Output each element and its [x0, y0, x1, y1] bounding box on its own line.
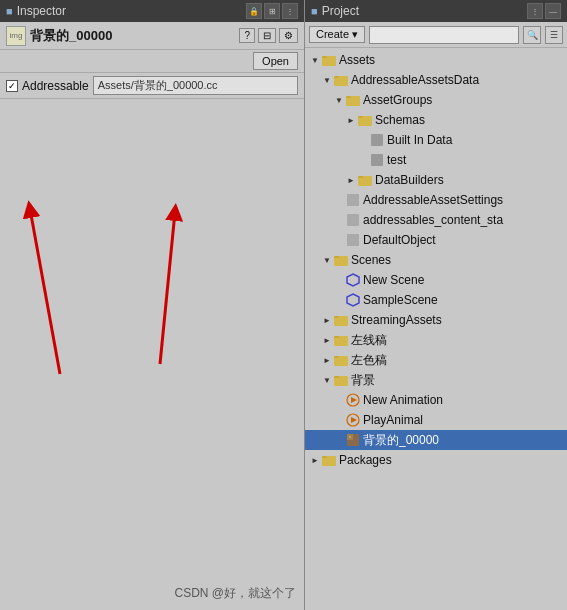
- svg-rect-15: [347, 194, 359, 206]
- addressable-label: Addressable: [22, 79, 89, 93]
- expand-scenes[interactable]: [321, 254, 333, 266]
- folder-icon-zuoxingao: [333, 332, 349, 348]
- asset-icon-test: [369, 152, 385, 168]
- folder-icon-assets: [321, 52, 337, 68]
- svg-line-1: [30, 209, 60, 374]
- svg-rect-6: [334, 76, 339, 78]
- tree-item-scenes[interactable]: Scenes: [305, 250, 567, 270]
- scene-icon-new-scene: [345, 272, 361, 288]
- expand-streaming[interactable]: [321, 314, 333, 326]
- svg-rect-27: [334, 356, 339, 358]
- inspector-panel: ■ Inspector 🔒 ⊞ ⋮ img 背景的_00000 ? ⊟ ⚙ Op…: [0, 0, 305, 610]
- label-play-animal: PlayAnimal: [363, 413, 423, 427]
- tree-item-zuosegao[interactable]: 左色稿: [305, 350, 567, 370]
- tree-item-zuoxingao[interactable]: 左线稿: [305, 330, 567, 350]
- asset-thumbnail-icon: img: [6, 26, 26, 46]
- expand-addressable[interactable]: [321, 74, 333, 86]
- tree-item-sample-scene[interactable]: SampleScene: [305, 290, 567, 310]
- label-addr-content: addressables_content_sta: [363, 213, 503, 227]
- scene-icon-sample-scene: [345, 292, 361, 308]
- tree-item-streaming[interactable]: StreamingAssets: [305, 310, 567, 330]
- tree-item-beijing-00000[interactable]: 背景的_00000: [305, 430, 567, 450]
- asset-icon-addr-content: [345, 212, 361, 228]
- tree-item-play-animal[interactable]: PlayAnimal: [305, 410, 567, 430]
- tree-item-default-obj[interactable]: DefaultObject: [305, 230, 567, 250]
- folder-icon-databuilders: [357, 172, 373, 188]
- svg-rect-29: [334, 376, 339, 378]
- svg-rect-4: [322, 56, 327, 58]
- svg-marker-20: [347, 274, 359, 286]
- svg-rect-36: [349, 436, 351, 438]
- svg-rect-25: [334, 336, 339, 338]
- svg-rect-8: [346, 96, 351, 98]
- tree-item-built-in[interactable]: Built In Data: [305, 130, 567, 150]
- menu-icon[interactable]: ⋮: [282, 3, 298, 19]
- svg-rect-16: [347, 214, 359, 226]
- inspector-header-icons: 🔒 ⊞ ⋮: [246, 3, 298, 19]
- svg-rect-17: [347, 234, 359, 246]
- folder-icon-packages: [321, 452, 337, 468]
- tree-item-beijing[interactable]: 背景: [305, 370, 567, 390]
- expand-beijing[interactable]: [321, 374, 333, 386]
- project-menu-icon[interactable]: ⋮: [527, 3, 543, 19]
- expand-databuilders[interactable]: [345, 174, 357, 186]
- label-default-obj: DefaultObject: [363, 233, 436, 247]
- expand-schemas[interactable]: [345, 114, 357, 126]
- project-header: ■ Project ⋮ —: [305, 0, 567, 22]
- expand-assets[interactable]: [309, 54, 321, 66]
- asset-header-bar: img 背景的_00000 ? ⊟ ⚙: [0, 22, 304, 50]
- svg-marker-21: [347, 294, 359, 306]
- asset-icon-addr-settings: [345, 192, 361, 208]
- project-collapse-icon[interactable]: —: [545, 3, 561, 19]
- label-schemas: Schemas: [375, 113, 425, 127]
- help-button[interactable]: ?: [239, 28, 255, 43]
- texture-icon-beijing-00000: [345, 432, 361, 448]
- asset-icon-default-obj: [345, 232, 361, 248]
- project-toolbar: Create ▾ 🔍 ☰: [305, 22, 567, 48]
- folder-icon-beijing: [333, 372, 349, 388]
- expand-zuoxingao[interactable]: [321, 334, 333, 346]
- tree-item-addr-content[interactable]: addressables_content_sta: [305, 210, 567, 230]
- search-icon[interactable]: 🔍: [523, 26, 541, 44]
- label-assetgroups: AssetGroups: [363, 93, 432, 107]
- svg-line-2: [160, 212, 175, 364]
- preset-button[interactable]: ⊟: [258, 28, 276, 43]
- layout-icon[interactable]: ⊞: [264, 3, 280, 19]
- tree-item-assetgroups[interactable]: AssetGroups: [305, 90, 567, 110]
- folder-icon-streaming: [333, 312, 349, 328]
- tree-item-new-animation[interactable]: New Animation: [305, 390, 567, 410]
- folder-icon-zuosegao: [333, 352, 349, 368]
- create-button[interactable]: Create ▾: [309, 26, 365, 43]
- tree-item-schemas[interactable]: Schemas: [305, 110, 567, 130]
- open-button[interactable]: Open: [253, 52, 298, 70]
- tree-item-addr-settings[interactable]: AddressableAssetSettings: [305, 190, 567, 210]
- tree-item-new-scene[interactable]: New Scene: [305, 270, 567, 290]
- label-beijing-00000: 背景的_00000: [363, 432, 439, 449]
- tree-item-assets[interactable]: Assets: [305, 50, 567, 70]
- svg-rect-10: [358, 116, 363, 118]
- label-zuosegao: 左色稿: [351, 352, 387, 369]
- svg-rect-12: [371, 154, 383, 166]
- folder-icon-assetgroups: [345, 92, 361, 108]
- tree-item-addressable[interactable]: AddressableAssetsData: [305, 70, 567, 90]
- addressable-row: ✓ Addressable Assets/背景的_00000.cc: [0, 73, 304, 99]
- label-test: test: [387, 153, 406, 167]
- search-input[interactable]: [369, 26, 519, 44]
- tree-item-test[interactable]: test: [305, 150, 567, 170]
- expand-packages[interactable]: [309, 454, 321, 466]
- svg-marker-33: [351, 417, 357, 423]
- project-title: Project: [322, 4, 523, 18]
- expand-assetgroups[interactable]: [333, 94, 345, 106]
- expand-zuosegao[interactable]: [321, 354, 333, 366]
- anim-icon-new-animation: [345, 392, 361, 408]
- anim-icon-play-animal: [345, 412, 361, 428]
- filter-icon[interactable]: ☰: [545, 26, 563, 44]
- settings-button[interactable]: ⚙: [279, 28, 298, 43]
- lock-icon[interactable]: 🔒: [246, 3, 262, 19]
- tree-item-databuilders[interactable]: DataBuilders: [305, 170, 567, 190]
- addressable-value[interactable]: Assets/背景的_00000.cc: [93, 76, 298, 95]
- svg-rect-19: [334, 256, 339, 258]
- addressable-checkbox[interactable]: ✓: [6, 80, 18, 92]
- tree-item-packages[interactable]: Packages: [305, 450, 567, 470]
- label-new-scene: New Scene: [363, 273, 424, 287]
